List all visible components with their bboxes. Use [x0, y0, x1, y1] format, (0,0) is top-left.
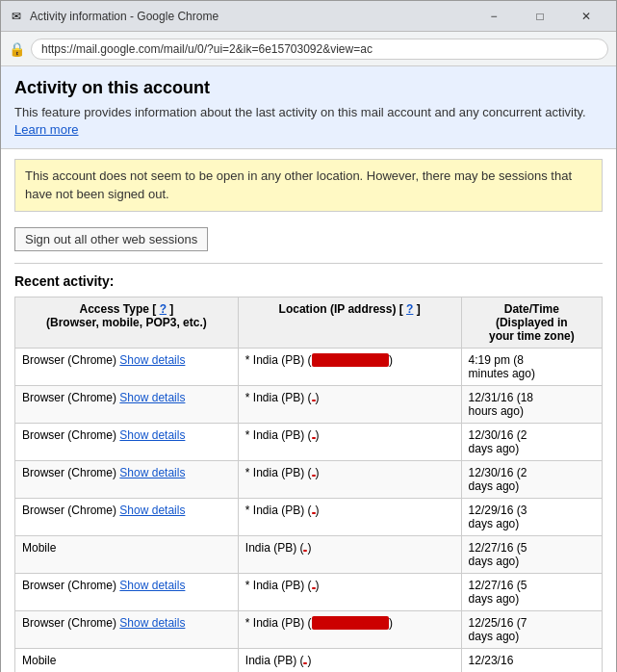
ip-address — [303, 662, 307, 664]
access-type-text: Browser (Chrome) — [22, 428, 119, 442]
datetime-cell: 4:19 pm (8 minutes ago) — [461, 348, 602, 385]
page-content: Activity on this account This feature pr… — [1, 66, 616, 672]
warning-box: This account does not seem to be open in… — [14, 159, 603, 211]
access-type-subtext: (Browser, mobile, POP3, etc.) — [46, 316, 207, 329]
datetime-subtext: (Displayed inyour time zone) — [489, 316, 575, 343]
close-button[interactable]: ✕ — [564, 3, 608, 30]
table-row: Browser (Chrome) Show details* India (PB… — [15, 385, 603, 423]
sign-out-section: Sign out all other web sessions — [1, 221, 616, 263]
ip-address: 103.48.197.177 — [312, 353, 389, 367]
table-row: Browser (Chrome) Show details* India (PB… — [15, 348, 603, 385]
show-details-link[interactable]: Show details — [119, 391, 185, 404]
access-type-cell: Browser (Chrome) Show details — [15, 385, 239, 423]
window-title: Activity information - Google Chrome — [30, 10, 472, 23]
access-help-link[interactable]: ? — [160, 302, 167, 316]
location-cell: * India (PB) ( ) — [238, 423, 461, 460]
location-cell: * India (PB) ( ) — [238, 460, 461, 498]
datetime-cell: 12/30/16 (2 days ago) — [461, 460, 602, 498]
location-cell: * India (PB) (103.48.197.177) — [238, 610, 461, 648]
ip-address: 103.48.197.177 — [312, 616, 389, 630]
access-type-cell: Browser (Chrome) Show details — [15, 610, 239, 648]
ip-address — [312, 437, 316, 439]
show-details-link[interactable]: Show details — [119, 504, 185, 517]
show-details-link[interactable]: Show details — [119, 353, 185, 367]
access-type-cell: Browser (Chrome) Show details — [15, 460, 239, 498]
location-cell: India (PB) ( ) — [238, 648, 461, 672]
address-bar: 🔒 — [1, 32, 616, 66]
access-type-cell: Browser (Chrome) Show details — [15, 423, 239, 460]
favicon-icon: ✉ — [9, 9, 24, 24]
table-row: Browser (Chrome) Show details* India (PB… — [15, 423, 603, 460]
datetime-cell: 12/27/16 (5 days ago) — [461, 535, 602, 573]
activity-table-wrapper: Access Type [ ? ] (Browser, mobile, POP3… — [1, 297, 616, 672]
access-type-text: Browser (Chrome) — [22, 391, 119, 404]
learn-more-link[interactable]: Learn more — [14, 122, 78, 137]
table-row: Browser (Chrome) Show details* India (PB… — [15, 610, 603, 648]
ip-address — [312, 475, 316, 477]
location-cell: * India (PB) ( ) — [238, 498, 461, 535]
location-cell: * India (PB) ( ) — [238, 573, 461, 610]
access-type-text: Mobile — [15, 648, 239, 672]
access-type-text: Browser (Chrome) — [22, 466, 119, 479]
description-text: This feature provides information about … — [14, 105, 586, 119]
ip-address — [303, 550, 307, 552]
table-header-row: Access Type [ ? ] (Browser, mobile, POP3… — [15, 297, 603, 348]
header-datetime: Date/Time (Displayed inyour time zone) — [461, 297, 602, 348]
recent-activity-label: Recent activity: — [1, 264, 616, 297]
access-type-text: Browser (Chrome) — [22, 579, 119, 592]
minimize-button[interactable]: − — [472, 3, 516, 30]
show-details-link[interactable]: Show details — [119, 616, 185, 630]
page-title: Activity on this account — [14, 78, 603, 98]
ip-address — [312, 400, 316, 401]
window-controls: − □ ✕ — [472, 3, 608, 30]
access-type-text: Browser (Chrome) — [22, 616, 119, 630]
sign-out-button[interactable]: Sign out all other web sessions — [14, 227, 208, 251]
datetime-cell: 12/25/16 (7 days ago) — [461, 610, 602, 648]
activity-table: Access Type [ ? ] (Browser, mobile, POP3… — [14, 297, 603, 672]
datetime-cell: 12/27/16 (5 days ago) — [461, 573, 602, 610]
page-header: Activity on this account This feature pr… — [1, 66, 616, 149]
access-type-text: Browser (Chrome) — [22, 353, 119, 367]
location-cell: * India (PB) ( ) — [238, 385, 461, 423]
url-input[interactable] — [31, 39, 608, 60]
ip-address — [312, 512, 316, 514]
table-row: MobileIndia (PB) ( )12/27/16 (5 days ago… — [15, 535, 603, 573]
datetime-cell: 12/30/16 (2 days ago) — [461, 423, 602, 460]
maximize-button[interactable]: □ — [518, 3, 562, 30]
access-type-text: Browser (Chrome) — [22, 504, 119, 517]
security-lock-icon: 🔒 — [9, 41, 25, 57]
datetime-cell: 12/29/16 (3 days ago) — [461, 498, 602, 535]
access-type-cell: Browser (Chrome) Show details — [15, 573, 239, 610]
location-cell: * India (PB) (103.48.197.177) — [238, 348, 461, 385]
table-row: Browser (Chrome) Show details* India (PB… — [15, 498, 603, 535]
datetime-cell: 12/23/16 — [461, 648, 602, 672]
page-description: This feature provides information about … — [14, 104, 603, 139]
access-type-cell: Browser (Chrome) Show details — [15, 498, 239, 535]
show-details-link[interactable]: Show details — [119, 428, 185, 442]
show-details-link[interactable]: Show details — [119, 579, 185, 592]
ip-address — [312, 587, 316, 589]
table-row: Browser (Chrome) Show details* India (PB… — [15, 460, 603, 498]
location-cell: India (PB) ( ) — [238, 535, 461, 573]
table-row: Browser (Chrome) Show details* India (PB… — [15, 573, 603, 610]
location-help-link[interactable]: ? — [406, 302, 413, 316]
table-row: MobileIndia (PB) ( )12/23/16 — [15, 648, 603, 672]
warning-text: This account does not seem to be open in… — [25, 168, 572, 200]
header-location: Location (IP address) [ ? ] — [238, 297, 461, 348]
header-access-type: Access Type [ ? ] (Browser, mobile, POP3… — [15, 297, 239, 348]
show-details-link[interactable]: Show details — [119, 466, 185, 479]
datetime-cell: 12/31/16 (18 hours ago) — [461, 385, 602, 423]
title-bar: ✉ Activity information - Google Chrome −… — [1, 1, 616, 32]
access-type-text: Mobile — [15, 535, 239, 573]
access-type-cell: Browser (Chrome) Show details — [15, 348, 239, 385]
